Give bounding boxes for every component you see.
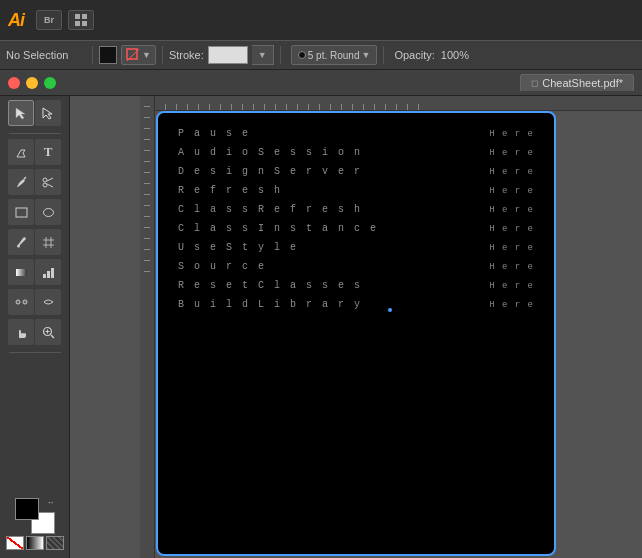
- foreground-color-swatch[interactable]: [15, 498, 39, 520]
- horizontal-ruler: [155, 96, 642, 111]
- fill-options-btn[interactable]: ▼: [121, 45, 156, 65]
- ellipse-tool[interactable]: [35, 199, 61, 225]
- toolbar: No Selection ▼ Stroke: ▼ 5 pt. Round ▼ O…: [0, 40, 642, 70]
- svg-point-10: [43, 183, 47, 187]
- svg-marker-7: [43, 108, 52, 119]
- stroke-color-dropdown[interactable]: ▼: [252, 45, 274, 65]
- tools-panel: T: [0, 96, 70, 558]
- view-tools: [6, 319, 64, 345]
- cheat-row: A u d i o S e s s i o nH e r e: [178, 147, 534, 158]
- svg-rect-3: [82, 21, 87, 26]
- cheat-left-label: R e f r e s h: [178, 185, 282, 196]
- ai-logo: Ai: [8, 10, 24, 31]
- svg-rect-1: [82, 14, 87, 19]
- canvas-area: P a u s eH e r eA u d i o S e s s i o nH…: [70, 96, 642, 558]
- stroke-label: Stroke:: [169, 49, 204, 61]
- pen-tool[interactable]: [8, 139, 34, 165]
- pencil-tool[interactable]: [8, 169, 34, 195]
- cheat-row: B u i l d L i b r a r yH e r e: [178, 299, 534, 310]
- minimize-button[interactable]: [26, 77, 38, 89]
- stroke-fill-row: [6, 536, 64, 550]
- cheat-row: P a u s eH e r e: [178, 128, 534, 139]
- svg-rect-22: [47, 271, 50, 278]
- svg-rect-13: [16, 208, 27, 217]
- direct-select-tool[interactable]: [35, 100, 61, 126]
- svg-point-27: [24, 301, 25, 302]
- paintbrush-tool[interactable]: [8, 229, 34, 255]
- svg-line-8: [24, 177, 26, 179]
- vertical-ruler: [140, 96, 155, 558]
- cheat-row: U s e S t y l eH e r e: [178, 242, 534, 253]
- separator-1: [92, 46, 93, 64]
- document-icon: ◻: [531, 78, 538, 88]
- svg-point-14: [43, 208, 53, 216]
- main-area: T: [0, 96, 642, 558]
- color-swatches: ↔: [6, 498, 64, 554]
- close-button[interactable]: [8, 77, 20, 89]
- cheat-right-label: H e r e: [489, 186, 534, 196]
- cheat-left-label: D e s i g n S e r v e r: [178, 166, 362, 177]
- hand-tool[interactable]: [8, 319, 34, 345]
- swatch-area[interactable]: ↔: [15, 498, 55, 534]
- cheat-right-label: H e r e: [489, 148, 534, 158]
- cheat-left-label: B u i l d L i b r a r y: [178, 299, 362, 310]
- cheat-row: S o u r c eH e r e: [178, 261, 534, 272]
- no-selection-label: No Selection: [6, 49, 86, 61]
- workspace-button[interactable]: [68, 10, 94, 30]
- paint-tools: [6, 229, 64, 255]
- svg-line-11: [47, 178, 53, 181]
- menu-bar: Ai Br: [0, 0, 642, 40]
- svg-point-15: [17, 244, 20, 247]
- opacity-value: 100%: [441, 49, 469, 61]
- cheat-left-label: A u d i o S e s s i o n: [178, 147, 362, 158]
- symbol-tool[interactable]: [8, 289, 34, 315]
- cheat-right-label: H e r e: [489, 262, 534, 272]
- cheat-left-label: P a u s e: [178, 128, 250, 139]
- cheat-row: C l a s s R e f r e s hH e r e: [178, 204, 534, 215]
- tool-divider-1: [9, 133, 61, 134]
- scissors-tool[interactable]: [35, 169, 61, 195]
- select-tool[interactable]: [8, 100, 34, 126]
- zoom-tool[interactable]: [35, 319, 61, 345]
- artboard-content: P a u s eH e r eA u d i o S e s s i o nH…: [178, 128, 534, 310]
- svg-rect-23: [51, 268, 54, 278]
- cheat-right-label: H e r e: [489, 167, 534, 177]
- svg-line-12: [47, 184, 53, 187]
- chart-tool[interactable]: [35, 259, 61, 285]
- svg-rect-0: [75, 14, 80, 19]
- cheat-left-label: R e s e t C l a s s e s: [178, 280, 362, 291]
- svg-point-9: [43, 178, 47, 182]
- stroke-color-input[interactable]: [208, 46, 248, 64]
- gradient-tool[interactable]: [8, 259, 34, 285]
- tool-divider-2: [9, 352, 61, 353]
- svg-line-29: [51, 335, 54, 338]
- bridge-button[interactable]: Br: [36, 10, 62, 30]
- svg-rect-20: [16, 269, 27, 276]
- separator-3: [280, 46, 281, 64]
- svg-rect-4: [127, 49, 137, 59]
- cheat-left-label: S o u r c e: [178, 261, 266, 272]
- warp-tool[interactable]: [35, 289, 61, 315]
- pattern-swatch[interactable]: [46, 536, 64, 550]
- cheat-left-label: C l a s s I n s t a n c e: [178, 223, 378, 234]
- none-swatch[interactable]: [6, 536, 24, 550]
- cheat-right-label: H e r e: [489, 224, 534, 234]
- mesh-tool[interactable]: [35, 229, 61, 255]
- cheat-row: R e f r e s hH e r e: [178, 185, 534, 196]
- opacity-label: Opacity:: [394, 49, 434, 61]
- maximize-button[interactable]: [44, 77, 56, 89]
- select-tools: [6, 100, 64, 126]
- fill-color-box[interactable]: [99, 46, 117, 64]
- stroke-size-btn[interactable]: 5 pt. Round ▼: [291, 45, 378, 65]
- swap-colors-icon[interactable]: ↔: [47, 498, 55, 507]
- separator-2: [162, 46, 163, 64]
- cheat-left-label: U s e S t y l e: [178, 242, 298, 253]
- rectangle-tool[interactable]: [8, 199, 34, 225]
- gradient-swatch[interactable]: [26, 536, 44, 550]
- type-tool[interactable]: T: [35, 139, 61, 165]
- document-tab[interactable]: ◻ CheatSheet.pdf*: [520, 74, 634, 91]
- cheat-left-label: C l a s s R e f r e s h: [178, 204, 362, 215]
- symbol-tools: [6, 289, 64, 315]
- draw-tools: T: [6, 139, 64, 165]
- tab-area: ◻ CheatSheet.pdf*: [62, 74, 634, 91]
